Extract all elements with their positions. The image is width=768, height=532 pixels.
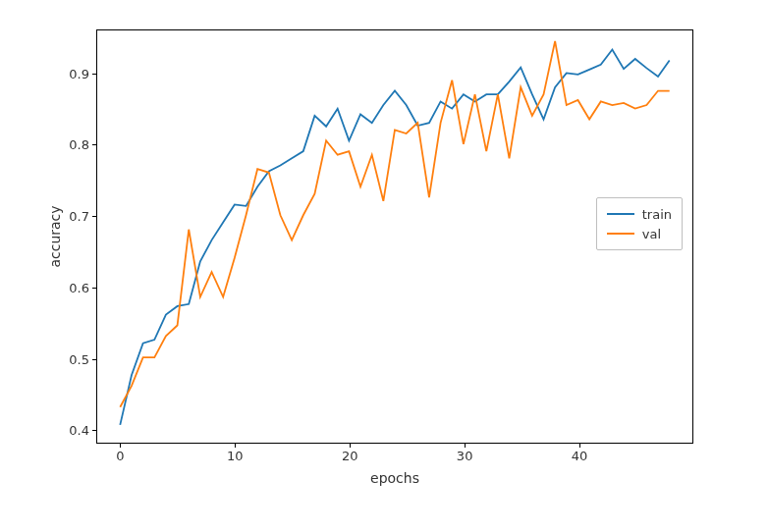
legend-swatch-train-icon	[607, 213, 634, 215]
axes: 010203040 0.40.50.60.70.80.9 epochs accu…	[96, 29, 693, 444]
figure: 010203040 0.40.50.60.70.80.9 epochs accu…	[0, 0, 768, 532]
legend-swatch-val-icon	[607, 233, 634, 235]
x-tick-mark	[235, 443, 236, 448]
y-tick-label: 0.9	[69, 66, 89, 80]
legend-label-train: train	[642, 207, 672, 222]
y-axis-label: accuracy	[47, 205, 63, 267]
x-tick-label: 20	[342, 449, 358, 463]
legend-entry-val: val	[607, 224, 672, 243]
y-tick-label: 0.5	[69, 351, 89, 366]
line-train	[120, 50, 669, 425]
x-tick-mark	[120, 443, 121, 448]
y-tick-mark	[92, 74, 97, 75]
y-tick-label: 0.8	[69, 137, 89, 152]
y-tick-label: 0.7	[69, 209, 89, 224]
x-tick-label: 10	[227, 449, 244, 463]
y-tick-label: 0.4	[69, 423, 89, 438]
y-tick-mark	[92, 359, 97, 360]
x-tick-label: 0	[116, 449, 124, 463]
line-val	[120, 41, 669, 407]
legend-entry-train: train	[607, 204, 672, 224]
x-tick-label: 40	[572, 449, 588, 463]
y-tick-mark	[92, 216, 97, 217]
x-tick-mark	[465, 443, 466, 448]
x-tick-label: 30	[457, 449, 473, 463]
y-tick-mark	[92, 430, 97, 431]
y-tick-mark	[92, 144, 97, 145]
x-axis-label: epochs	[370, 470, 419, 486]
y-tick-label: 0.6	[69, 280, 89, 294]
legend-label-val: val	[642, 227, 661, 241]
x-tick-mark	[579, 443, 580, 448]
x-tick-mark	[350, 443, 351, 448]
y-tick-mark	[92, 288, 97, 289]
legend: train val	[596, 197, 683, 250]
